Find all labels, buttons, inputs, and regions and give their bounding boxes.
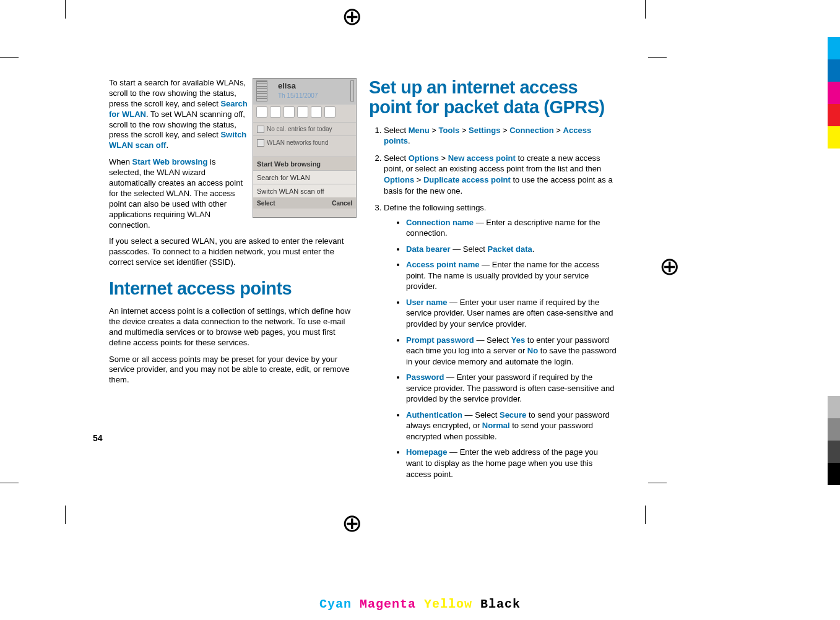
setting-name: User name xyxy=(406,298,447,307)
ui-term: Yes xyxy=(511,335,525,345)
list-item: Select Menu > Tools > Settings > Connect… xyxy=(384,125,617,147)
registration-mark-icon: ⊕ xyxy=(342,4,363,28)
list-item: Select Options > New access point to cre… xyxy=(384,153,617,196)
ui-term: Packet data xyxy=(488,244,532,254)
phone-operator: elisa xyxy=(278,81,296,90)
list-item: Define the following settings. Connectio… xyxy=(384,202,617,480)
ui-term: Tools xyxy=(439,126,460,135)
phone-date: Th 15/11/2007 xyxy=(278,92,318,99)
phone-popup-menu: Start Web browsing Search for WLAN Switc… xyxy=(253,157,356,197)
cmyk-yellow: Yellow xyxy=(424,597,472,611)
ui-term: Start Web browsing xyxy=(132,157,208,166)
ui-term: Normal xyxy=(482,421,510,430)
app-icon xyxy=(311,106,322,118)
setting-name: Homepage xyxy=(406,447,447,457)
phone-menu-item: Switch WLAN scan off xyxy=(253,184,356,197)
registration-mark-icon: ⊕ xyxy=(342,510,363,535)
app-icon xyxy=(256,106,267,118)
ui-term: Secure xyxy=(500,410,526,420)
setting-name: Data bearer xyxy=(406,244,451,254)
ui-term: Options xyxy=(409,153,439,163)
list-item: Access point name — Enter the name for t… xyxy=(406,259,617,292)
section-heading: Internet access points xyxy=(109,279,357,299)
body-text: An internet access point is a collection… xyxy=(109,306,357,348)
list-item: Data bearer — Select Packet data. xyxy=(406,244,617,255)
softkey-left: Select xyxy=(257,200,275,207)
setting-name: Connection name xyxy=(406,218,474,227)
phone-screenshot: elisa Th 15/11/2007 No cal. entries for … xyxy=(253,78,357,218)
list-item: Homepage — Enter the web address of the … xyxy=(406,447,617,480)
battery-icon xyxy=(350,80,354,101)
list-item: Password — Enter your password if requir… xyxy=(406,372,617,405)
cmyk-magenta: Magenta xyxy=(360,597,416,611)
ui-term: Options xyxy=(384,175,414,184)
page-number: 54 xyxy=(93,433,103,443)
ui-term: New access point xyxy=(448,153,516,163)
cmyk-label: Cyan Magenta Yellow Black xyxy=(319,597,521,611)
body-text: Some or all access points may be preset … xyxy=(109,355,357,386)
left-column: elisa Th 15/11/2007 No cal. entries for … xyxy=(109,78,357,486)
ui-term: Menu xyxy=(409,126,430,135)
list-item: Authentication — Select Secure to send y… xyxy=(406,410,617,442)
body-text: If you select a secured WLAN, you are as… xyxy=(109,236,357,268)
setting-name: Password xyxy=(406,372,444,382)
ui-term: Settings xyxy=(469,126,500,135)
cmyk-black: Black xyxy=(480,597,521,611)
phone-menu-item: Start Web browsing xyxy=(253,157,356,170)
setting-name: Authentication xyxy=(406,410,462,420)
cmyk-cyan: Cyan xyxy=(319,597,352,611)
list-item: User name — Enter your user name if requ… xyxy=(406,297,617,330)
page-content: elisa Th 15/11/2007 No cal. entries for … xyxy=(109,78,629,486)
app-icon xyxy=(324,106,336,118)
settings-bullets: Connection name — Enter a descriptive na… xyxy=(384,217,617,480)
list-item: Prompt password — Select Yes to enter yo… xyxy=(406,335,617,368)
signal-icon xyxy=(256,80,267,101)
app-icon xyxy=(284,106,295,118)
phone-menu-item: Search for WLAN xyxy=(253,170,356,184)
section-heading: Set up an internet access point for pack… xyxy=(369,78,617,118)
phone-softkeys: Select Cancel xyxy=(253,197,356,209)
phone-wlan-row: WLAN networks found xyxy=(253,136,356,149)
softkey-right: Cancel xyxy=(332,200,352,207)
ui-term: Connection xyxy=(509,126,554,135)
list-item: Connection name — Enter a descriptive na… xyxy=(406,217,617,239)
color-calibration-bars xyxy=(828,37,840,149)
ui-term: No xyxy=(527,346,538,355)
setting-name: Prompt password xyxy=(406,335,474,345)
phone-row-text: No cal. entries for today xyxy=(267,126,332,132)
phone-row-text: WLAN networks found xyxy=(267,139,329,146)
right-column: Set up an internet access point for pack… xyxy=(369,78,617,486)
calendar-icon xyxy=(257,126,264,133)
app-icon xyxy=(297,106,308,118)
color-calibration-bars xyxy=(828,396,840,485)
app-icon xyxy=(270,106,281,118)
wlan-icon xyxy=(257,139,264,147)
registration-mark-icon: ⊕ xyxy=(659,254,680,278)
setting-name: Access point name xyxy=(406,260,480,269)
phone-calendar-row: No cal. entries for today xyxy=(253,122,356,136)
phone-icon-row xyxy=(253,105,356,122)
ui-term: Duplicate access point xyxy=(423,175,511,184)
steps-list: Select Menu > Tools > Settings > Connect… xyxy=(369,125,617,480)
